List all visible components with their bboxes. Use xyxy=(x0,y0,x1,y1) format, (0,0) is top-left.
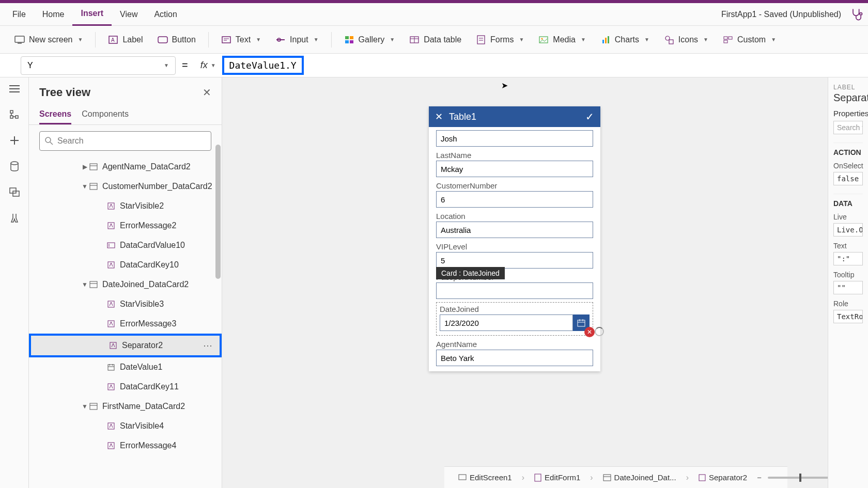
datejoined-input[interactable] xyxy=(440,314,573,331)
svg-rect-5 xyxy=(158,37,167,43)
crumb-editscreen[interactable]: EditScreen1 xyxy=(453,470,518,484)
chevron-down-icon[interactable]: ▼ xyxy=(81,403,89,410)
chevron-right-icon[interactable]: ▶ xyxy=(81,163,89,170)
customernumber-input[interactable] xyxy=(436,191,593,208)
input-button[interactable]: Input ▼ xyxy=(269,32,325,48)
crumb-datejoined[interactable]: DateJoined_Dat... xyxy=(597,470,682,484)
passport-input[interactable] xyxy=(436,282,593,299)
crumb-separator[interactable]: Separator2 xyxy=(693,470,753,484)
tree-item-label: CustomerNumber_DataCard2 xyxy=(102,182,212,191)
diagnostics-icon[interactable] xyxy=(849,7,864,22)
tree-item-datejoined[interactable]: ▼ DateJoined_DataCard2 xyxy=(29,275,222,294)
tree-item-datevalue1[interactable]: DateValue1 xyxy=(29,357,222,377)
add-icon[interactable] xyxy=(8,134,21,147)
tree-item-errormessage4[interactable]: ErrorMessage4 xyxy=(29,436,222,455)
tree-item-starvisible4[interactable]: StarVisible4 xyxy=(29,416,222,436)
properties-tab[interactable]: Properties xyxy=(833,109,863,118)
onselect-value[interactable]: false xyxy=(833,172,863,185)
tree-item-agentname[interactable]: ▶ AgentName_DataCard2 xyxy=(29,157,222,177)
role-value[interactable]: TextRole xyxy=(833,310,863,323)
search-input[interactable] xyxy=(57,136,206,146)
formula-input[interactable]: DateValue1.Y xyxy=(229,60,297,71)
text-prop-value[interactable]: ":" xyxy=(833,252,863,265)
menu-insert[interactable]: Insert xyxy=(72,3,112,26)
tooltip-prop-value[interactable]: "" xyxy=(833,281,863,294)
datejoined-card[interactable]: DateJoined ✕ xyxy=(436,302,593,336)
hamburger-icon[interactable] xyxy=(8,83,21,95)
props-search[interactable]: Search for xyxy=(833,121,863,134)
agentname-label: AgentName xyxy=(436,340,593,349)
tab-components[interactable]: Components xyxy=(82,105,129,124)
tree-item-datacardvalue10[interactable]: DataCardValue10 xyxy=(29,235,222,255)
tree-item-starvisible2[interactable]: StarVisible2 xyxy=(29,196,222,216)
menu-view[interactable]: View xyxy=(112,3,146,26)
tree-item-customernumber[interactable]: ▼ CustomerNumber_DataCard2 xyxy=(29,177,222,196)
zoom-slider[interactable] xyxy=(768,477,828,479)
tree-item-firstname[interactable]: ▼ FirstName_DataCard2 xyxy=(29,397,222,416)
canvas-area[interactable]: ➤ ✕ Table1 ✓ LastName CustomerNumber Loc… xyxy=(222,77,828,488)
close-icon[interactable]: ✕ xyxy=(435,111,443,122)
tree-item-errormessage2[interactable]: ErrorMessage2 xyxy=(29,216,222,235)
svg-rect-36 xyxy=(16,116,18,118)
custom-icon xyxy=(723,35,733,45)
data-icon[interactable] xyxy=(8,160,21,172)
label-button[interactable]: A Label xyxy=(102,32,149,48)
location-input[interactable] xyxy=(436,222,593,238)
text-button[interactable]: Text ▼ xyxy=(215,32,267,48)
scrollbar-thumb[interactable] xyxy=(215,145,221,279)
tree-item-separator2[interactable]: Separator2 ⋯ xyxy=(31,336,220,355)
media-label: Media xyxy=(553,35,576,44)
tools-icon[interactable] xyxy=(8,212,21,224)
search-icon xyxy=(45,137,53,145)
tree-header: Tree view ✕ xyxy=(29,77,222,101)
media-button[interactable]: Media ▼ xyxy=(532,32,592,48)
form-preview[interactable]: ✕ Table1 ✓ LastName CustomerNumber Locat… xyxy=(429,106,600,371)
menu-home[interactable]: Home xyxy=(34,3,73,26)
tree-item-label: Separator2 xyxy=(122,341,163,350)
datepicker-node-icon xyxy=(106,363,116,372)
tree-item-datacardkey11[interactable]: DataCardKey11 xyxy=(29,377,222,397)
tab-screens[interactable]: Screens xyxy=(39,105,71,124)
lastname-input[interactable] xyxy=(436,161,593,177)
tree-item-errormessage3[interactable]: ErrorMessage3 xyxy=(29,314,222,334)
firstname-input[interactable] xyxy=(436,130,593,147)
svg-rect-73 xyxy=(603,475,611,481)
property-selector[interactable]: Y ▼ xyxy=(21,56,176,75)
svg-rect-29 xyxy=(729,37,732,39)
menu-file[interactable]: File xyxy=(4,3,34,26)
viplevel-input[interactable] xyxy=(436,252,593,269)
tree-item-starvisible3[interactable]: StarVisible3 xyxy=(29,294,222,314)
chevron-down-icon[interactable]: ▼ xyxy=(81,281,89,288)
icons-button[interactable]: Icons ▼ xyxy=(658,32,715,48)
crumb-editform[interactable]: EditForm1 xyxy=(529,470,586,484)
text-prop-label: Text xyxy=(833,242,863,250)
tree-item-label: DataCardKey10 xyxy=(120,260,179,270)
close-icon[interactable]: ✕ xyxy=(203,86,211,99)
zoom-thumb[interactable] xyxy=(799,474,801,482)
new-screen-button[interactable]: New screen ▼ xyxy=(8,32,89,48)
gallery-button[interactable]: Gallery ▼ xyxy=(338,32,401,48)
svg-rect-50 xyxy=(107,243,115,248)
custom-button[interactable]: Custom ▼ xyxy=(717,32,782,48)
forms-button[interactable]: Forms ▼ xyxy=(470,32,530,48)
input-icon xyxy=(275,35,286,45)
live-value[interactable]: Live.Off xyxy=(833,223,863,237)
button-button[interactable]: Button xyxy=(151,32,202,48)
media-rail-icon[interactable] xyxy=(8,186,21,198)
error-badge-icon[interactable]: ✕ xyxy=(584,327,595,337)
zoom-out-button[interactable]: − xyxy=(757,473,762,482)
more-icon[interactable]: ⋯ xyxy=(203,340,213,351)
svg-text:A: A xyxy=(111,37,115,43)
search-box[interactable] xyxy=(39,131,211,151)
app-title: FirstApp1 - Saved (Unpublished) xyxy=(721,10,849,19)
tree-item-datacardkey10[interactable]: DataCardKey10 xyxy=(29,255,222,275)
agentname-input[interactable] xyxy=(436,350,593,366)
chevron-down-icon[interactable]: ▼ xyxy=(81,183,89,190)
tree-view-icon[interactable] xyxy=(8,108,21,121)
data-table-button[interactable]: Data table xyxy=(403,32,468,48)
charts-button[interactable]: Charts ▼ xyxy=(594,32,656,48)
label-node-icon xyxy=(106,441,116,450)
menu-action[interactable]: Action xyxy=(146,3,185,26)
fx-label[interactable]: fx ▼ xyxy=(194,60,222,71)
check-icon[interactable]: ✓ xyxy=(585,111,594,123)
